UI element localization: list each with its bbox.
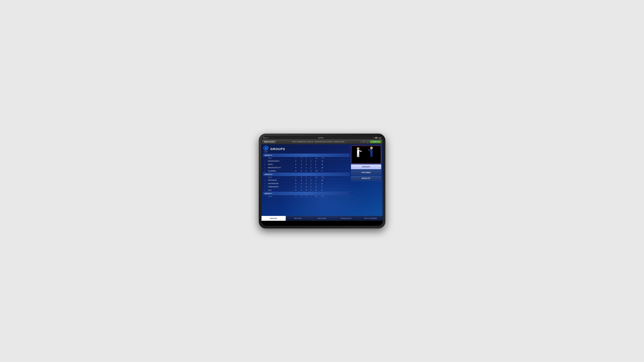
- panel-header: ★ ChampionsLeague GROUPS: [263, 146, 350, 153]
- home-nav-icon[interactable]: ⌂: [360, 141, 362, 143]
- results-nav-button[interactable]: RESULTS: [351, 176, 381, 181]
- svg-rect-21: [352, 159, 381, 163]
- row-d: 4: [306, 186, 311, 188]
- tablet-screen: iPad ▿▾ 8:35 PM ✳: [261, 136, 383, 226]
- col-gd-b: GD: [316, 177, 322, 178]
- row-w: 0: [301, 170, 306, 172]
- tab-groups[interactable]: GROUPS: [262, 216, 286, 221]
- row-gd: -12: [316, 170, 322, 172]
- folder-nav-icon[interactable]: [363, 141, 365, 143]
- left-panel: ★ ChampionsLeague GROUPS GROUP A TEAM: [263, 146, 350, 214]
- row-pts: 7: [322, 186, 328, 188]
- row-gd: -2: [316, 186, 322, 188]
- row-w: 4: [301, 160, 306, 162]
- row-p: 6: [296, 167, 301, 168]
- watch-live-button[interactable]: Watch Live: [370, 140, 381, 143]
- groups-nav-button[interactable]: GROUPS: [351, 164, 381, 169]
- row-pos: 2: [264, 164, 268, 165]
- page-title: GROUPS: [270, 147, 285, 151]
- svg-rect-17: [370, 153, 371, 157]
- bluetooth-icon: ✳: [374, 137, 374, 138]
- table-row[interactable]: 4 VILLARREAL 6 0 0 6 -12 0: [263, 169, 350, 173]
- table-row[interactable]: 3 MANCHESTER CITY 6 3 1 2 3 10: [263, 166, 350, 169]
- row-p: 6: [296, 183, 301, 184]
- table-row[interactable]: 1 BAYERN MUNICH 6 4 1 1 5 13: [263, 160, 350, 163]
- row-l: 2: [311, 179, 316, 181]
- match-control-button[interactable]: Match Control: [263, 140, 276, 143]
- tab-twitter[interactable]: TWITTER: [286, 216, 310, 221]
- col-p-a: P: [296, 157, 301, 159]
- table-row[interactable]: 3 TRABZONSPOR 6 1 4 1 -2 7: [263, 185, 350, 189]
- svg-rect-11: [357, 150, 359, 154]
- fixtures-nav-button[interactable]: FIXTURES: [351, 170, 381, 175]
- row-d: 1: [306, 167, 311, 168]
- tab-split-screen[interactable]: SPLIT SCREEN: [358, 216, 382, 221]
- group-a-column-headers: TEAM P W D L GD PTS: [263, 157, 350, 160]
- row-pts: 11: [322, 164, 328, 165]
- col-d-b: D: [306, 177, 311, 178]
- row-d: 2: [306, 183, 311, 184]
- svg-point-10: [357, 147, 359, 150]
- row-gd: 1: [316, 183, 322, 184]
- status-bar: iPad ▿▾ 8:35 PM ✳: [262, 136, 383, 139]
- col-d-a: D: [306, 157, 311, 159]
- info-nav-icon[interactable]: i: [366, 141, 369, 143]
- battery-icon: [375, 137, 378, 138]
- group-c-header: GROUP C: [263, 192, 350, 195]
- right-panel: unicef GROUPS FIXTURES RESULTS: [351, 146, 381, 214]
- row-gd: 1: [316, 179, 322, 181]
- tab-matches[interactable]: MATCHES: [310, 216, 334, 221]
- signal-icon: [379, 137, 381, 138]
- row-pts: 10: [322, 167, 328, 168]
- row-d: 1: [306, 160, 311, 162]
- row-l: 2: [311, 167, 316, 168]
- row-team: LILLE: [268, 189, 296, 191]
- tab-highlights[interactable]: HIGHLIGHTS: [334, 216, 358, 221]
- col-p-c: P: [296, 196, 301, 197]
- row-l: 1: [311, 186, 316, 188]
- col-team-c: TEAM: [268, 196, 296, 197]
- table-row[interactable]: 1 INTER MILAN 6 3 1 2 1 10: [263, 179, 350, 182]
- col-team-a: TEAM: [268, 157, 296, 159]
- row-l: 2: [311, 189, 316, 191]
- row-p: 6: [296, 189, 301, 191]
- row-gd: 3: [316, 167, 322, 168]
- row-l: 1: [311, 160, 316, 162]
- row-team: TRABZONSPOR: [268, 186, 296, 188]
- col-gd-c: GD: [316, 196, 322, 197]
- status-time: 8:35 PM: [318, 137, 323, 139]
- nav-icons: ⌂ i Watch Live: [360, 140, 381, 143]
- watch-live-icon: [371, 141, 373, 143]
- row-p: 6: [296, 186, 301, 188]
- champions-league-logo: ★ ChampionsLeague: [263, 146, 269, 153]
- row-gd: 0: [316, 189, 322, 191]
- soccer-scene: unicef: [351, 146, 381, 163]
- row-d: 2: [306, 164, 311, 165]
- row-pts: 6: [322, 189, 328, 191]
- row-team: INTER MILAN: [268, 179, 296, 181]
- row-pts: 13: [322, 160, 328, 162]
- row-pos: 4: [264, 189, 268, 191]
- table-row[interactable]: 2 CSKA MOSCOW 6 2 2 2 1 8: [263, 182, 350, 185]
- svg-rect-12: [357, 154, 358, 157]
- nav-title: UEFA CHAMPIONS LEAGUE : MANCHESTER UNITE…: [277, 141, 359, 143]
- row-team: VILLARREAL: [268, 170, 296, 172]
- row-pos: 3: [264, 167, 268, 168]
- group-a-header: GROUP A: [263, 154, 350, 157]
- row-w: 1: [301, 186, 306, 188]
- col-pts-b: PTS: [322, 177, 328, 178]
- col-w-c: W: [301, 196, 306, 197]
- tab-bar: GROUPS TWITTER MATCHES HIGHLIGHTS SPLIT …: [262, 216, 383, 221]
- svg-rect-16: [370, 149, 372, 153]
- groups-table-container[interactable]: GROUP A TEAM P W D L GD PTS: [263, 154, 350, 198]
- svg-point-15: [370, 147, 373, 149]
- table-row[interactable]: 4 LILLE 6 1 3 2 0 6: [263, 189, 350, 192]
- row-pts: 10: [322, 179, 328, 181]
- table-row[interactable]: 2 NAPOLI 6 3 2 1 4 11: [263, 163, 350, 166]
- row-w: 3: [301, 164, 306, 165]
- row-pos: 4: [264, 170, 268, 172]
- svg-text:unicef: unicef: [368, 150, 370, 151]
- row-d: 1: [306, 179, 311, 181]
- group-c-column-headers: TEAM P W D L GD PTS: [263, 195, 350, 198]
- row-w: 3: [301, 179, 306, 181]
